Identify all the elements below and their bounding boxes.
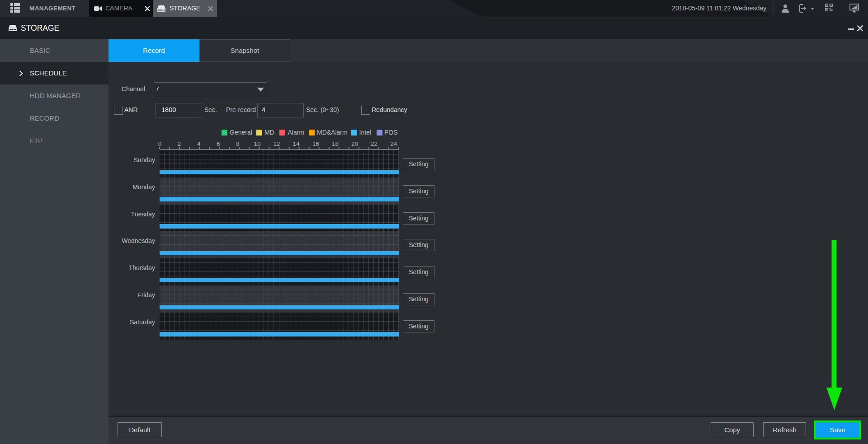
- svg-text:4: 4: [197, 140, 201, 147]
- svg-text:24: 24: [390, 140, 397, 147]
- svg-text:20: 20: [351, 140, 358, 147]
- svg-text:0: 0: [158, 140, 162, 147]
- svg-text:6: 6: [217, 140, 220, 147]
- svg-text:22: 22: [371, 140, 377, 147]
- svg-text:8: 8: [236, 140, 240, 147]
- svg-text:18: 18: [332, 140, 339, 147]
- svg-text:14: 14: [293, 140, 300, 147]
- svg-text:16: 16: [312, 140, 319, 147]
- svg-text:2: 2: [178, 140, 181, 147]
- svg-text:12: 12: [274, 140, 280, 147]
- svg-text:10: 10: [254, 140, 260, 147]
